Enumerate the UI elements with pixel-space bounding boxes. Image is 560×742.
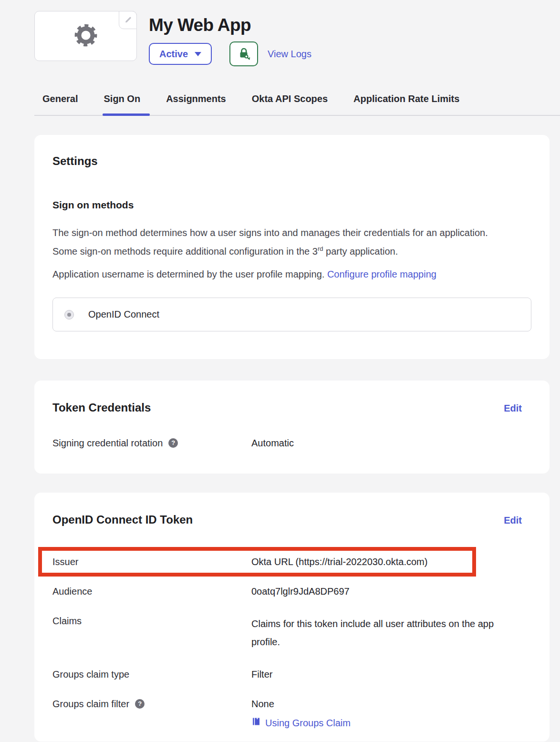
description-text: The sign-on method determines how a user… bbox=[52, 227, 488, 257]
sign-on-policy-button[interactable] bbox=[229, 41, 258, 66]
token-credentials-edit-link[interactable]: Edit bbox=[504, 403, 522, 414]
row-label: Issuer bbox=[52, 556, 251, 568]
id-token-head: OpenID Connect ID Token Edit bbox=[52, 513, 522, 527]
row-value: Okta URL (https://trial-2022030.okta.com… bbox=[251, 556, 522, 568]
signing-credential-rotation-label: Signing credential rotation bbox=[52, 437, 163, 449]
ordinal-superscript: rd bbox=[318, 245, 323, 252]
settings-card: Settings Sign on methods The sign-on met… bbox=[34, 135, 550, 359]
row-label: Signing credential rotation bbox=[52, 437, 251, 449]
groups-claim-filter-value: None bbox=[251, 699, 274, 709]
row-groups-claim-filter: Groups claim filter None Using bbox=[52, 689, 522, 738]
tab-sign-on[interactable]: Sign On bbox=[104, 93, 140, 115]
help-icon[interactable] bbox=[168, 438, 178, 448]
page-title: My Web App bbox=[149, 15, 311, 36]
username-mapping-static: Application username is determined by th… bbox=[52, 269, 327, 279]
tab-okta-api-scopes[interactable]: Okta API Scopes bbox=[252, 93, 328, 115]
app-header: My Web App Active Vi bbox=[34, 11, 560, 66]
row-label: Groups claim type bbox=[52, 668, 251, 680]
openid-connect-radio[interactable] bbox=[64, 310, 74, 319]
tab-bar: General Sign On Assignments Okta API Sco… bbox=[34, 93, 560, 116]
sign-on-methods-title: Sign on methods bbox=[52, 199, 522, 211]
token-credentials-card: Token Credentials Edit Signing credentia… bbox=[34, 381, 550, 474]
openid-connect-label: OpenID Connect bbox=[88, 309, 159, 320]
status-dropdown-label: Active bbox=[159, 49, 188, 60]
id-token-rows: Issuer Okta URL (https://trial-2022030.o… bbox=[52, 547, 522, 738]
row-label: Groups claim filter bbox=[52, 698, 251, 710]
header-actions: Active View Logs bbox=[149, 41, 311, 66]
row-value: Filter bbox=[251, 668, 522, 680]
id-token-card: OpenID Connect ID Token Edit Issuer Okta… bbox=[34, 493, 550, 742]
token-credentials-title: Token Credentials bbox=[52, 401, 151, 415]
view-logs-link[interactable]: View Logs bbox=[268, 49, 311, 60]
app-logo-card bbox=[34, 11, 137, 61]
tab-general[interactable]: General bbox=[42, 93, 78, 115]
row-label: Audience bbox=[52, 585, 251, 598]
edit-app-logo-button[interactable] bbox=[119, 11, 137, 29]
row-groups-claim-type: Groups claim type Filter bbox=[52, 660, 522, 689]
username-mapping-text: Application username is determined by th… bbox=[52, 268, 522, 280]
row-value: Automatic bbox=[251, 437, 522, 449]
row-claims: Claims Claims for this token include all… bbox=[52, 606, 522, 660]
id-token-edit-link[interactable]: Edit bbox=[504, 515, 522, 526]
sign-on-method-description: The sign-on method determines how a user… bbox=[52, 225, 508, 259]
chevron-down-icon bbox=[195, 52, 201, 56]
lock-key-icon bbox=[237, 47, 250, 62]
status-dropdown[interactable]: Active bbox=[149, 43, 212, 65]
gear-icon bbox=[73, 22, 99, 50]
configure-profile-mapping-link[interactable]: Configure profile mapping bbox=[327, 269, 436, 279]
id-token-title: OpenID Connect ID Token bbox=[52, 513, 193, 527]
row-label: Claims bbox=[52, 615, 251, 627]
row-value: 0oatq7lglr9JdA8DP697 bbox=[251, 585, 522, 598]
row-value: None Using Groups Claim bbox=[251, 698, 522, 729]
row-value: Claims for this token include all user a… bbox=[251, 615, 522, 651]
header-main: My Web App Active Vi bbox=[149, 11, 311, 66]
book-icon bbox=[251, 717, 261, 729]
help-icon[interactable] bbox=[135, 699, 145, 709]
description-text-end: party application. bbox=[323, 246, 398, 257]
token-credentials-head: Token Credentials Edit bbox=[52, 401, 522, 415]
groups-claim-link-line: Using Groups Claim bbox=[251, 717, 522, 729]
settings-title: Settings bbox=[52, 154, 522, 168]
row-issuer: Issuer Okta URL (https://trial-2022030.o… bbox=[52, 547, 522, 577]
table-row: Signing credential rotation Automatic bbox=[52, 437, 522, 449]
tab-assignments[interactable]: Assignments bbox=[166, 93, 226, 115]
row-audience: Audience 0oatq7lglr9JdA8DP697 bbox=[52, 577, 522, 606]
okta-app-settings-page: My Web App Active Vi bbox=[0, 0, 560, 742]
pencil-icon bbox=[124, 15, 132, 25]
tab-application-rate-limits[interactable]: Application Rate Limits bbox=[353, 93, 459, 115]
using-groups-claim-link[interactable]: Using Groups Claim bbox=[265, 717, 351, 729]
groups-claim-filter-label: Groups claim filter bbox=[52, 698, 129, 710]
sign-on-method-option: OpenID Connect bbox=[52, 298, 531, 331]
